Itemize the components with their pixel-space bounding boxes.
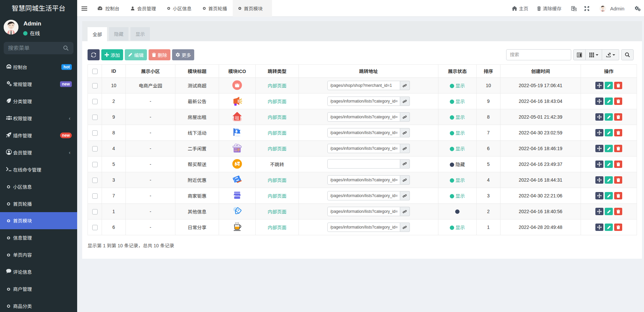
svg-text:租: 租	[235, 116, 239, 121]
svg-text:手: 手	[237, 148, 240, 152]
